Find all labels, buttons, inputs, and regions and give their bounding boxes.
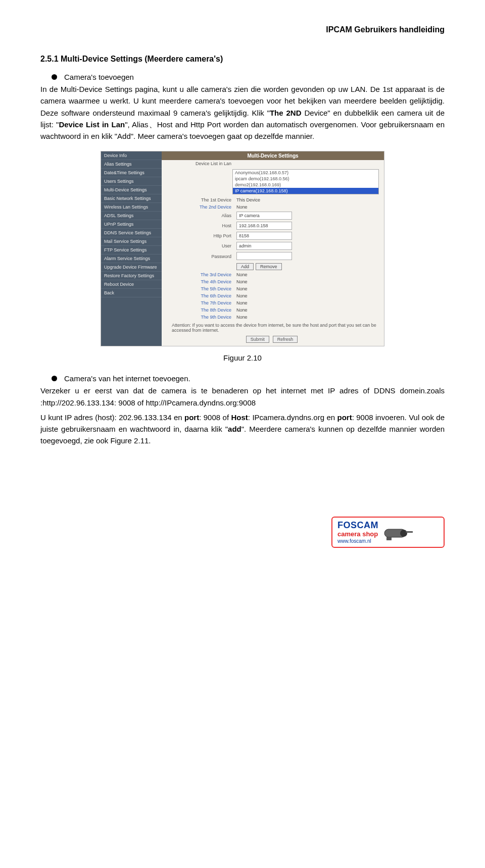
bullet-icon [52,74,57,80]
alias-input: IP camera [236,212,292,220]
host-input: 192.168.0.158 [236,222,292,230]
svg-point-1 [400,530,407,537]
host-label: Host [166,223,236,228]
sidebar-item: Device Info [101,151,162,160]
bullet-text: Camera's van het internet toevoegen. [64,374,190,383]
logo-line3: www.foscam.nl [337,538,378,544]
dev4-value: None [236,279,380,284]
dev1-value: This Device [236,197,380,202]
bullet-internet-toevoegen: Camera's van het internet toevoegen. [40,374,445,383]
list-item: ipcam demo(192.168.0.56) [233,176,378,182]
dev2-value: None [236,205,380,210]
list-item: demo2(192.168.0.169) [233,182,378,188]
figure-caption: Figuur 2.10 [40,353,445,362]
logo-line2: camera shop [337,531,378,538]
sidebar-item: Reboot Device [101,280,162,289]
device-list-box: Anonymous(192.168.0.57) ipcam demo(192.1… [232,169,379,194]
sidebar-item: UPnP Settings [101,220,162,229]
sidebar-item: Date&Time Settings [101,169,162,177]
shot-sidebar: Device Info Alias Settings Date&Time Set… [101,151,162,346]
dev9-label: The 9th Device [166,315,236,320]
shot-title: Multi-Device Settings [162,151,384,160]
logo-line1: FOSCAM [337,521,378,531]
sidebar-item: Wireless Lan Settings [101,203,162,212]
dev5-label: The 5th Device [166,286,236,291]
doc-header-title: IPCAM Gebruikers handleiding [40,25,445,34]
sidebar-item: Alarm Service Settings [101,254,162,263]
bullet-text: Camera's toevoegen [64,73,134,81]
dev1-label: The 1st Device [166,197,236,202]
camera-icon [383,522,415,542]
submit-button: Submit [246,336,269,343]
refresh-button: Refresh [273,336,298,343]
sidebar-item: Alias Settings [101,160,162,169]
sidebar-item: Restore Factory Settings [101,272,162,280]
bullet-camera-toevoegen: Camera's toevoegen [40,73,445,81]
list-item: Anonymous(192.168.0.57) [233,170,378,176]
svg-rect-2 [406,531,413,533]
sidebar-item: Basic Network Settings [101,194,162,203]
section-heading: 2.5.1 Multi-Device Settings (Meerdere ca… [40,55,445,64]
add-button: Add [236,263,254,270]
user-input: admin [236,242,292,250]
device-list-label: Device List in Lan [166,161,236,166]
dev4-label: The 4th Device [166,279,236,284]
user-label: User [166,243,236,248]
alias-label: Alias [166,213,236,218]
sidebar-item: Users Settings [101,177,162,186]
sidebar-item: DDNS Service Settings [101,229,162,237]
sidebar-item: Back [101,289,162,297]
shot-main: Multi-Device Settings Device List in Lan… [162,151,384,346]
paragraph-2b: U kunt IP adres (host): 202.96.133.134 e… [40,412,445,447]
dev3-value: None [236,272,380,277]
dev9-value: None [236,315,380,320]
svg-rect-3 [386,537,392,540]
paragraph-2a: Verzeker u er eerst van dat de camera is… [40,385,445,409]
figure-screenshot: Device Info Alias Settings Date&Time Set… [101,151,384,346]
dev6-label: The 6th Device [166,293,236,298]
sidebar-item: FTP Service Settings [101,246,162,254]
footer: FOSCAM camera shop www.foscam.nl [40,487,445,548]
remove-button: Remove [256,263,282,270]
attention-text: Attention: If you want to access the dev… [162,321,384,334]
port-label: Http Port [166,233,236,238]
bullet-icon [52,376,57,381]
port-input: 8158 [236,232,292,240]
paragraph-1: In de Multi-Device Settings pagina, kunt… [40,83,445,142]
dev8-value: None [236,308,380,313]
dev6-value: None [236,293,380,298]
sidebar-item: ADSL Settings [101,212,162,220]
dev5-value: None [236,286,380,291]
dev2-label: The 2nd Device [166,205,236,210]
foscam-logo: FOSCAM camera shop www.foscam.nl [331,517,445,547]
dev7-value: None [236,300,380,305]
pass-label: Password [166,254,236,259]
sidebar-item: Multi-Device Settings [101,186,162,194]
sidebar-item: Upgrade Device Firmware [101,263,162,272]
pass-input [236,252,292,260]
list-item-selected: IP camera(192.168.0.158) [233,188,378,194]
sidebar-item: Mail Service Settings [101,237,162,246]
dev7-label: The 7th Device [166,300,236,305]
dev3-label: The 3rd Device [166,272,236,277]
dev8-label: The 8th Device [166,308,236,313]
